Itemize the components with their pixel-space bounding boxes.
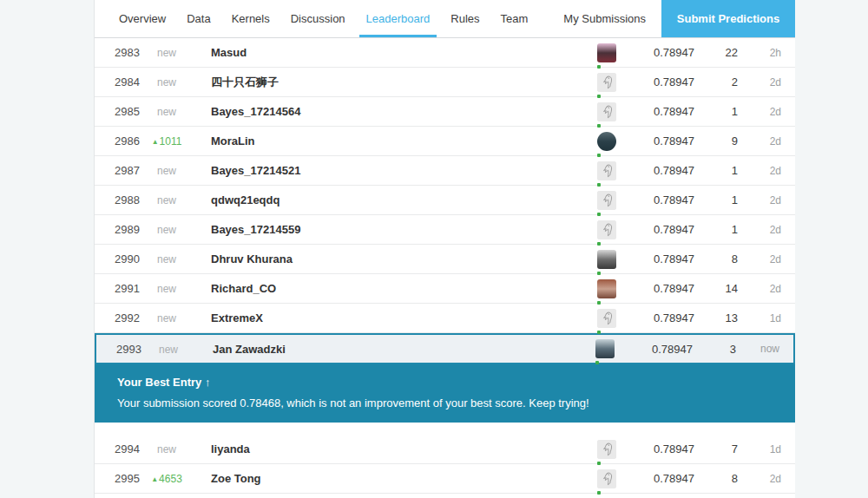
tab-rules[interactable]: Rules: [444, 0, 486, 37]
online-dot: [595, 361, 599, 364]
avatar-cell: [597, 469, 616, 488]
last-submission-time: 2d: [738, 106, 781, 118]
avatar[interactable]: [597, 102, 616, 121]
leaderboard-page: OverviewDataKernelsDiscussionLeaderboard…: [0, 0, 868, 498]
tab-leaderboard[interactable]: Leaderboard: [359, 0, 437, 37]
score-value: 0.78947: [616, 75, 694, 88]
avatar[interactable]: [597, 309, 616, 328]
avatar[interactable]: [597, 43, 616, 62]
table-row[interactable]: 2994 new liyanda 0.78947 7 1d: [95, 435, 795, 464]
team-name: Bayes_17214559: [194, 223, 597, 236]
rank-number: 2984: [95, 75, 140, 88]
team-name: 四十只石狮子: [194, 75, 597, 90]
table-row[interactable]: 2984 new 四十只石狮子 0.78947 2 2d: [95, 68, 795, 97]
table-row[interactable]: 2990 new Dhruv Khurana 0.78947 8 2d: [95, 245, 795, 274]
content-panel: OverviewDataKernelsDiscussionLeaderboard…: [94, 0, 795, 498]
rank-change: new: [140, 75, 194, 88]
avatar[interactable]: [597, 220, 616, 239]
avatar[interactable]: [597, 73, 616, 92]
leaderboard-rows-bottom: 2994 new liyanda 0.78947 7 1d 2995 ▲4653…: [95, 435, 795, 494]
score-value: 0.78947: [616, 164, 694, 177]
rank-number: 2989: [95, 223, 140, 236]
entries-count: 8: [694, 472, 738, 485]
table-row[interactable]: 2991 new Richard_CO 0.78947 14 2d: [95, 274, 795, 304]
rank-change: new: [140, 46, 194, 59]
tab-discussion[interactable]: Discussion: [284, 0, 352, 37]
tab-overview[interactable]: Overview: [112, 0, 173, 37]
rank-change: ▲4653: [140, 472, 194, 485]
avatar-cell: [595, 339, 615, 358]
rank-change: new: [140, 282, 194, 295]
entries-count: 1: [694, 164, 738, 177]
avatar-cell: [597, 279, 616, 298]
avatar[interactable]: [597, 250, 616, 269]
best-entry-title: Your Best Entry ↑: [117, 376, 778, 389]
rank-change: new: [140, 193, 194, 206]
table-row[interactable]: 2993 new Jan Zawadzki 0.78947 3 now: [95, 333, 795, 364]
table-row[interactable]: 2986 ▲1011 MoraLin 0.78947 9 2d: [95, 127, 795, 156]
avatar-cell: [597, 250, 616, 269]
score-value: 0.78947: [616, 105, 694, 118]
goose-avatar-icon: [597, 220, 616, 239]
rank-number: 2993: [96, 343, 141, 356]
rank-change: new: [140, 105, 194, 118]
avatar-cell: [597, 161, 616, 180]
score-value: 0.78947: [615, 343, 693, 356]
rank-number: 2992: [95, 311, 140, 324]
online-dot: [597, 331, 601, 334]
goose-avatar-icon: [597, 102, 616, 121]
score-value: 0.78947: [616, 193, 694, 206]
online-dot: [597, 65, 601, 69]
last-submission-time: 2h: [738, 47, 781, 59]
table-row[interactable]: 2987 new Bayes_17214521 0.78947 1 2d: [95, 156, 795, 186]
avatar[interactable]: [597, 132, 616, 151]
my-submissions-link[interactable]: My Submissions: [563, 0, 646, 37]
goose-avatar-icon: [597, 440, 616, 459]
rank-change: new: [140, 252, 194, 265]
tab-kernels[interactable]: Kernels: [225, 0, 277, 37]
table-row[interactable]: 2983 new Masud 0.78947 22 2h: [95, 38, 795, 68]
avatar[interactable]: [597, 191, 616, 210]
online-dot: [597, 183, 601, 187]
table-row[interactable]: 2985 new Bayes_17214564 0.78947 1 2d: [95, 97, 795, 127]
last-submission-time: 1d: [738, 312, 781, 324]
last-submission-time: now: [736, 343, 779, 355]
rank-change: ▲1011: [140, 134, 194, 147]
online-dot: [597, 213, 601, 216]
table-row[interactable]: 2995 ▲4653 Zoe Tong 0.78947 8 2d: [95, 464, 795, 494]
team-name: MoraLin: [194, 134, 597, 147]
table-row[interactable]: 2988 new qdwq21eqdq 0.78947 1 2d: [95, 186, 795, 215]
rank-change: new: [141, 343, 195, 356]
avatar[interactable]: [597, 440, 616, 459]
online-dot: [597, 462, 601, 465]
avatar[interactable]: [597, 161, 616, 180]
tab-team[interactable]: Team: [494, 0, 536, 37]
last-submission-time: 2d: [738, 473, 781, 485]
entries-count: 7: [694, 442, 738, 455]
table-row[interactable]: 2992 new ExtremeX 0.78947 13 1d: [95, 304, 795, 333]
submit-predictions-button[interactable]: Submit Predictions: [661, 0, 795, 37]
table-row[interactable]: 2989 new Bayes_17214559 0.78947 1 2d: [95, 215, 795, 245]
score-value: 0.78947: [616, 46, 694, 59]
tab-data[interactable]: Data: [180, 0, 217, 37]
rank-change: new: [140, 442, 194, 455]
goose-avatar-icon: [597, 469, 616, 488]
team-name: Zoe Tong: [194, 472, 597, 485]
score-value: 0.78947: [616, 311, 694, 324]
avatar[interactable]: [597, 469, 616, 488]
rank-up-icon: ▲: [151, 475, 158, 483]
online-dot: [597, 242, 601, 246]
team-name: Dhruv Khurana: [194, 252, 597, 265]
rank-change: new: [140, 311, 194, 324]
avatar[interactable]: [597, 279, 616, 298]
last-submission-time: 2d: [738, 135, 781, 147]
rank-number: 2988: [95, 193, 140, 206]
online-dot: [597, 154, 601, 157]
goose-avatar-icon: [597, 161, 616, 180]
goose-avatar-icon: [597, 191, 616, 210]
avatar[interactable]: [595, 339, 615, 358]
goose-avatar-icon: [597, 309, 616, 328]
score-value: 0.78947: [616, 282, 694, 295]
leaderboard-rows-top: 2983 new Masud 0.78947 22 2h 2984 new 四十…: [95, 38, 795, 364]
online-dot: [597, 124, 601, 128]
